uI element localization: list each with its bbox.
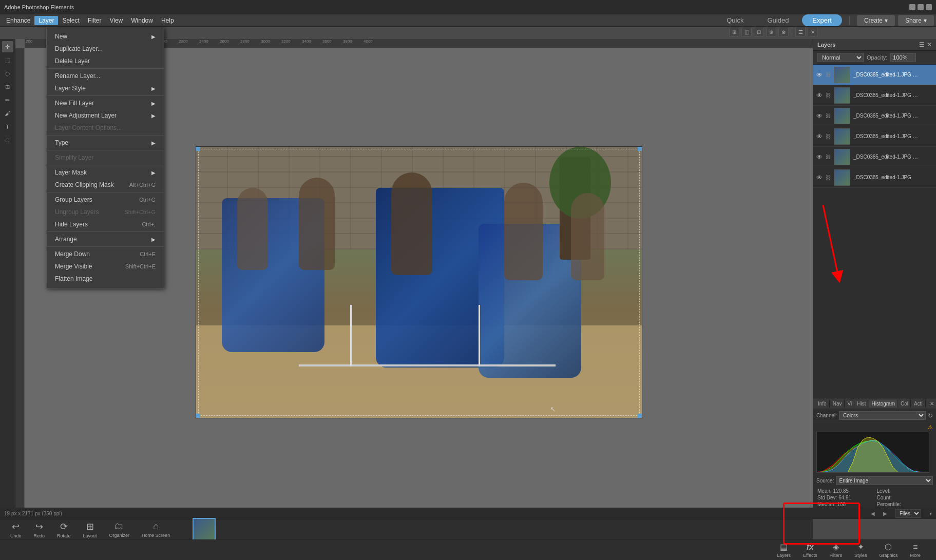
- bottom-panel-tabs: ▤ Layers fx Effects ◈ Filters ✦ Styles ⬡…: [0, 539, 936, 560]
- eye-icon-5[interactable]: 👁: [815, 173, 824, 182]
- tool-text[interactable]: T: [2, 121, 13, 132]
- hist-tab-hist[interactable]: Hist: [855, 400, 868, 408]
- menu-window[interactable]: Window: [127, 16, 157, 25]
- layer-row-0[interactable]: 👁 ⛓ _DSC0385_edited-1.JPG co...: [813, 65, 936, 85]
- minimize-btn[interactable]: [909, 4, 915, 10]
- menu-flatten-image[interactable]: Flatten Image: [47, 273, 164, 285]
- menu-create-clipping-mask[interactable]: Create Clipping Mask Alt+Ctrl+G: [47, 179, 164, 191]
- icon-tools-3[interactable]: ⊡: [754, 27, 764, 37]
- hist-tab-col[interactable]: Col: [899, 400, 911, 408]
- mode-quick[interactable]: Quick: [716, 14, 754, 26]
- icon-tools-5[interactable]: ⊗: [778, 27, 789, 37]
- tool-undo[interactable]: ↩ Undo: [10, 521, 22, 538]
- eye-icon-2[interactable]: 👁: [815, 112, 824, 120]
- source-label: Source:: [816, 478, 834, 484]
- hist-tab-nav[interactable]: Nav: [830, 400, 845, 408]
- panel-btn-styles[interactable]: ✦ Styles: [849, 541, 872, 559]
- layer-dropdown-menu: New ▶ Duplicate Layer... Delete Layer Re…: [46, 27, 164, 288]
- opacity-input[interactable]: [890, 53, 916, 62]
- mode-expert[interactable]: Expert: [802, 14, 842, 26]
- menu-help[interactable]: Help: [157, 16, 178, 25]
- hist-tab-histogram[interactable]: Histogram: [869, 400, 898, 408]
- thumbnail-0[interactable]: [193, 518, 216, 541]
- channel-select[interactable]: Colors Red Green Blue: [839, 411, 926, 420]
- icon-tools-6[interactable]: ☰: [795, 27, 806, 37]
- app-title: Adobe Photoshop Elements: [4, 4, 74, 10]
- rotate-icon: ⟳: [60, 521, 68, 532]
- menu-view[interactable]: View: [105, 16, 127, 25]
- icon-tools-4[interactable]: ⊕: [766, 27, 776, 37]
- tool-layout[interactable]: ⊞ Layout: [83, 521, 97, 538]
- create-button[interactable]: Create ▾: [857, 15, 895, 26]
- eye-icon-1[interactable]: 👁: [815, 91, 824, 100]
- menu-arrange[interactable]: Arrange ▶: [47, 233, 164, 245]
- left-toolbar: ✛ ⬚ ◌ ⊡ ✏ 🖌 T □: [0, 39, 15, 516]
- layer-row-4[interactable]: 👁 ⛓ _DSC0385_edited-1.JPG copy: [813, 147, 936, 167]
- menu-filter[interactable]: Filter: [84, 16, 106, 25]
- icon-panel-close[interactable]: ✕: [808, 27, 818, 37]
- blend-mode-select[interactable]: Normal: [817, 53, 864, 62]
- count-label: Count:: [877, 495, 932, 500]
- menu-new[interactable]: New ▶: [47, 30, 164, 43]
- panel-btn-filters[interactable]: ◈ Filters: [824, 541, 847, 559]
- eye-icon-0[interactable]: 👁: [815, 71, 824, 79]
- layer-row-2[interactable]: 👁 ⛓ _DSC0385_edited-1.JPG co...: [813, 106, 936, 126]
- tool-eyedrop[interactable]: ✏: [2, 94, 13, 106]
- menu-delete-layer[interactable]: Delete Layer: [47, 55, 164, 67]
- layer-row-3[interactable]: 👁 ⛓ _DSC0385_edited-1.JPG co...: [813, 126, 936, 147]
- layers-panel-menu[interactable]: ☰: [919, 41, 925, 48]
- menu-layer-mask[interactable]: Layer Mask ▶: [47, 166, 164, 179]
- source-select[interactable]: Entire Image: [836, 476, 933, 485]
- layers-panel-close[interactable]: ✕: [927, 41, 932, 48]
- hist-tab-vi[interactable]: Vi: [845, 400, 854, 408]
- menu-duplicate-layer[interactable]: Duplicate Layer...: [47, 43, 164, 55]
- hist-panel-close[interactable]: ✕: [930, 401, 934, 407]
- tool-rotate[interactable]: ⟳ Rotate: [57, 521, 71, 538]
- chain-icon-5: ⛓: [826, 175, 832, 180]
- hist-tab-more[interactable]: ...: [926, 400, 928, 408]
- close-btn[interactable]: [926, 4, 932, 10]
- hist-tab-acti[interactable]: Acti: [911, 400, 926, 408]
- tool-crop[interactable]: ⊡: [2, 81, 13, 92]
- panel-btn-effects[interactable]: fx Effects: [798, 542, 822, 559]
- share-button[interactable]: Share ▾: [898, 15, 934, 26]
- menu-enhance[interactable]: Enhance: [2, 16, 34, 25]
- menu-merge-visible[interactable]: Merge Visible Shift+Ctrl+E: [47, 260, 164, 273]
- panel-btn-layers[interactable]: ▤ Layers: [772, 541, 796, 559]
- menu-rename-layer[interactable]: Rename Layer...: [47, 70, 164, 82]
- filters-panel-icon: ◈: [833, 542, 839, 552]
- menu-new-adjustment-layer[interactable]: New Adjustment Layer ▶: [47, 109, 164, 122]
- files-select[interactable]: Files: [895, 509, 921, 518]
- tool-redo[interactable]: ↪ Redo: [34, 521, 45, 538]
- tool-select[interactable]: ⬚: [2, 54, 13, 66]
- panel-btn-more[interactable]: ≡ More: [905, 542, 926, 559]
- mode-guided[interactable]: Guided: [757, 14, 799, 26]
- tool-lasso[interactable]: ◌: [2, 68, 13, 79]
- tool-shape[interactable]: □: [2, 134, 13, 146]
- layer-row-1[interactable]: 👁 ⛓ _DSC0385_edited-1.JPG co...: [813, 85, 936, 106]
- layer-row-5[interactable]: 👁 ⛓ _DSC0385_edited-1.JPG: [813, 167, 936, 188]
- menu-group-layers[interactable]: Group Layers Ctrl+G: [47, 194, 164, 206]
- menu-hide-layers[interactable]: Hide Layers Ctrl+,: [47, 218, 164, 230]
- scroll-arrow[interactable]: ◀: [871, 511, 875, 516]
- menu-new-fill-layer[interactable]: New Fill Layer ▶: [47, 97, 164, 109]
- tool-brush[interactable]: 🖌: [2, 108, 13, 119]
- panel-btn-graphics[interactable]: ⬡ Graphics: [874, 541, 903, 559]
- eye-icon-3[interactable]: 👁: [815, 132, 824, 141]
- layer-name-0: _DSC0385_edited-1.JPG co...: [853, 72, 920, 78]
- refresh-icon[interactable]: ↻: [928, 412, 933, 419]
- menu-select[interactable]: Select: [58, 16, 83, 25]
- icon-tools-2[interactable]: ◫: [741, 27, 752, 37]
- tool-home-screen[interactable]: ⌂ Home Screen: [142, 521, 170, 538]
- icon-tools-1[interactable]: ⊞: [729, 27, 739, 37]
- tool-move[interactable]: ✛: [2, 41, 13, 52]
- menu-type[interactable]: Type ▶: [47, 137, 164, 149]
- scroll-arrow-right[interactable]: ▶: [883, 511, 887, 516]
- menu-layer-style[interactable]: Layer Style ▶: [47, 82, 164, 94]
- menu-layer[interactable]: Layer: [34, 16, 58, 25]
- tool-organizer[interactable]: 🗂 Organizer: [109, 521, 130, 538]
- hist-tab-info[interactable]: Info: [815, 400, 830, 408]
- maximize-btn[interactable]: [918, 4, 924, 10]
- menu-merge-down[interactable]: Merge Down Ctrl+E: [47, 248, 164, 260]
- eye-icon-4[interactable]: 👁: [815, 153, 824, 161]
